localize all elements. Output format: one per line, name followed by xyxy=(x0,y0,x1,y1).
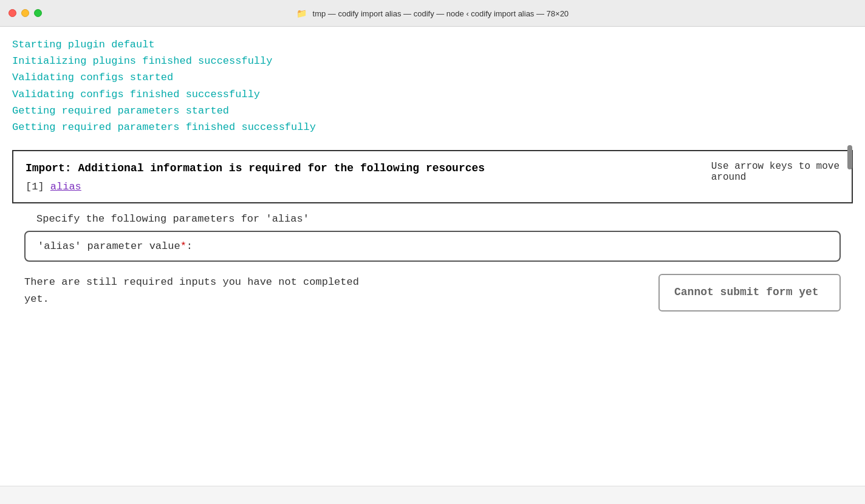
log-line-5: Getting required parameters started xyxy=(12,103,853,119)
warning-text: There are still required inputs you have… xyxy=(24,274,389,307)
form-box: Import: Additional information is requir… xyxy=(12,150,853,203)
bottom-section: There are still required inputs you have… xyxy=(24,274,841,311)
input-colon: : xyxy=(186,240,193,252)
log-line-6: Getting required parameters finished suc… xyxy=(12,119,853,135)
traffic-lights xyxy=(9,9,42,17)
scrollbar[interactable] xyxy=(847,143,853,203)
window-title: 📁 tmp — codify import alias — codify — n… xyxy=(296,9,569,18)
submit-button[interactable]: Cannot submit form yet xyxy=(658,274,841,311)
specify-label: Specify the following parameters for 'al… xyxy=(36,213,853,225)
input-container[interactable]: 'alias' parameter value*: xyxy=(24,231,841,262)
log-line-2: Initializing plugins finished successful… xyxy=(12,53,853,69)
input-label-text: 'alias' parameter value xyxy=(38,240,180,252)
title-text: tmp — codify import alias — codify — nod… xyxy=(313,9,569,18)
log-line-3: Validating configs started xyxy=(12,69,853,86)
folder-icon: 📁 xyxy=(296,9,307,18)
form-box-hint: Use arrow keys to move around xyxy=(699,161,839,183)
title-bar: 📁 tmp — codify import alias — codify — n… xyxy=(0,0,865,27)
maximize-button[interactable] xyxy=(34,9,42,17)
required-asterisk: * xyxy=(180,240,186,252)
input-label: 'alias' parameter value*: xyxy=(38,240,193,252)
form-resource-list: [1] alias xyxy=(26,181,699,192)
log-line-1: Starting plugin default xyxy=(12,36,853,53)
log-line-4: Validating configs finished successfully xyxy=(12,86,853,103)
scrollbar-thumb xyxy=(847,145,852,169)
close-button[interactable] xyxy=(9,9,16,17)
form-title: Import: Additional information is requir… xyxy=(26,161,699,176)
terminal-content: Starting plugin default Initializing plu… xyxy=(0,27,865,486)
minimize-button[interactable] xyxy=(21,9,29,17)
window: 📁 tmp — codify import alias — codify — n… xyxy=(0,0,865,504)
form-box-left: Import: Additional information is requir… xyxy=(26,161,699,192)
bottom-bar xyxy=(0,486,865,504)
form-box-wrapper: Import: Additional information is requir… xyxy=(12,143,853,203)
alias-link[interactable]: alias xyxy=(50,181,81,192)
resource-prefix: [1] xyxy=(26,181,50,192)
